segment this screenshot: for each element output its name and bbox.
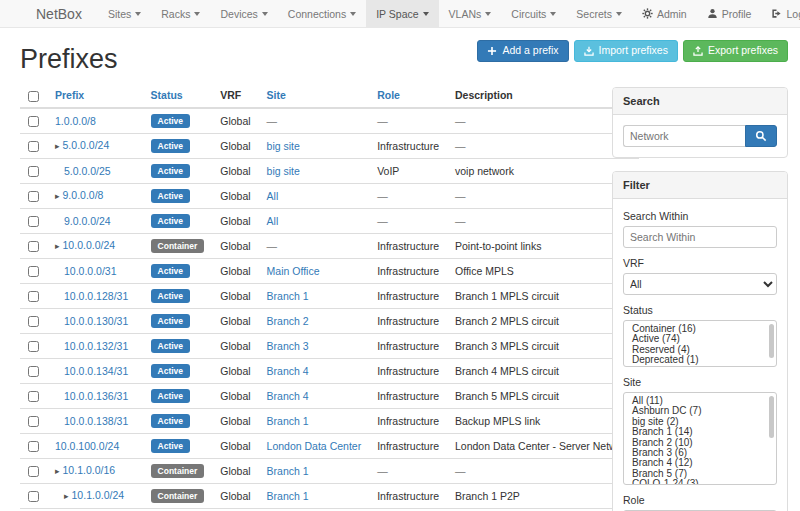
nav-item-circuits[interactable]: Circuits (501, 0, 566, 27)
filter-option[interactable]: Reserved (4) (624, 345, 776, 355)
row-select-checkbox[interactable] (28, 316, 39, 327)
status-badge[interactable]: Active (151, 114, 191, 128)
filter-option[interactable]: Active (74) (624, 334, 776, 344)
prefix-link[interactable]: 5.0.0.0/25 (64, 165, 111, 177)
prefix-link[interactable]: 10.0.0.0/31 (64, 265, 117, 277)
column-header-status[interactable]: Status (143, 85, 213, 108)
prefix-link[interactable]: 10.0.0.0/24 (63, 239, 116, 251)
status-badge[interactable]: Active (151, 314, 191, 328)
status-badge[interactable]: Active (151, 189, 191, 203)
nav-profile[interactable]: Profile (697, 0, 762, 27)
site-link[interactable]: All (267, 215, 279, 227)
status-badge[interactable]: Active (151, 439, 191, 453)
prefix-link[interactable]: 10.0.0.128/31 (64, 290, 128, 302)
row-select-checkbox[interactable] (28, 266, 39, 277)
row-select-checkbox[interactable] (28, 241, 39, 252)
row-select-checkbox[interactable] (28, 491, 39, 502)
column-header-site[interactable]: Site (259, 85, 370, 108)
brand-logo[interactable]: NetBox (36, 0, 82, 27)
row-select-checkbox[interactable] (28, 366, 39, 377)
status-badge[interactable]: Container (151, 464, 205, 478)
filter-option[interactable]: Container (16) (624, 324, 776, 334)
filter-option[interactable]: All (11) (624, 396, 776, 406)
prefix-link[interactable]: 9.0.0.0/8 (63, 189, 104, 201)
filter-option[interactable]: Branch 3 (6) (624, 448, 776, 458)
nav-admin[interactable]: Admin (632, 0, 697, 27)
filter-input-search-within[interactable] (623, 226, 777, 248)
status-badge[interactable]: Active (151, 414, 191, 428)
prefix-link[interactable]: 10.0.0.138/31 (64, 415, 128, 427)
site-link[interactable]: All (267, 190, 279, 202)
filter-option[interactable]: Branch 2 (10) (624, 438, 776, 448)
filter-option[interactable]: Ashburn DC (7) (624, 406, 776, 416)
scrollbar-thumb[interactable] (769, 324, 774, 358)
prefix-link[interactable]: 10.0.0.136/31 (64, 390, 128, 402)
prefix-link[interactable]: 10.0.100.0/24 (55, 440, 119, 452)
site-link[interactable]: big site (267, 165, 300, 177)
filter-option[interactable]: Branch 4 (12) (624, 458, 776, 468)
search-input[interactable] (623, 125, 745, 147)
filter-option[interactable]: Branch 1 (14) (624, 427, 776, 437)
status-badge[interactable]: Active (151, 339, 191, 353)
nav-item-vlans[interactable]: VLANs (439, 0, 502, 27)
status-badge[interactable]: Active (151, 139, 191, 153)
column-header-prefix[interactable]: Prefix (47, 85, 143, 108)
prefix-link[interactable]: 5.0.0.0/24 (63, 139, 110, 151)
row-select-checkbox[interactable] (28, 416, 39, 427)
row-select-checkbox[interactable] (28, 216, 39, 227)
nav-item-devices[interactable]: Devices (210, 0, 277, 27)
row-select-checkbox[interactable] (28, 191, 39, 202)
filter-option[interactable]: Branch 5 (7) (624, 469, 776, 479)
status-badge[interactable]: Active (151, 264, 191, 278)
prefix-link[interactable]: 10.1.0.0/24 (72, 489, 125, 501)
prefix-link[interactable]: 10.1.0.0/16 (63, 464, 116, 476)
site-link[interactable]: Branch 1 (267, 290, 309, 302)
status-badge[interactable]: Active (151, 164, 191, 178)
filter-select-vrf[interactable]: All (623, 273, 777, 295)
status-badge[interactable]: Active (151, 364, 191, 378)
site-link[interactable]: Main Office (267, 265, 320, 277)
row-select-checkbox[interactable] (28, 141, 39, 152)
prefix-link[interactable]: 10.0.0.132/31 (64, 340, 128, 352)
prefix-link[interactable]: 9.0.0.0/24 (64, 215, 111, 227)
prefix-link[interactable]: 10.0.0.130/31 (64, 315, 128, 327)
status-badge[interactable]: Active (151, 289, 191, 303)
export-prefixes-button[interactable]: Export prefixes (683, 40, 788, 62)
prefix-link[interactable]: 1.0.0.0/8 (55, 115, 96, 127)
filter-option[interactable]: big site (2) (624, 417, 776, 427)
import-prefixes-button[interactable]: Import prefixes (574, 40, 678, 62)
status-badge[interactable]: Active (151, 214, 191, 228)
site-link[interactable]: Branch 1 (267, 415, 309, 427)
column-header-role[interactable]: Role (369, 85, 447, 108)
scrollbar-thumb[interactable] (769, 396, 774, 438)
site-link[interactable]: Branch 3 (267, 340, 309, 352)
status-badge[interactable]: Container (151, 489, 205, 503)
prefix-link[interactable]: 10.0.0.134/31 (64, 365, 128, 377)
status-badge[interactable]: Active (151, 389, 191, 403)
site-link[interactable]: London Data Center (267, 440, 362, 452)
row-select-checkbox[interactable] (28, 391, 39, 402)
row-select-checkbox[interactable] (28, 116, 39, 127)
search-submit-button[interactable] (745, 125, 777, 147)
filter-option[interactable]: COLO-1-24 (3) (624, 479, 776, 485)
nav-item-connections[interactable]: Connections (278, 0, 366, 27)
row-select-checkbox[interactable] (28, 441, 39, 452)
site-link[interactable]: Branch 4 (267, 365, 309, 377)
nav-item-racks[interactable]: Racks (151, 0, 210, 27)
site-link[interactable]: big site (267, 140, 300, 152)
row-select-checkbox[interactable] (28, 291, 39, 302)
site-link[interactable]: Branch 1 (267, 465, 309, 477)
nav-item-secrets[interactable]: Secrets (566, 0, 632, 27)
select-all-checkbox[interactable] (28, 91, 39, 102)
nav-item-sites[interactable]: Sites (98, 0, 151, 27)
row-select-checkbox[interactable] (28, 166, 39, 177)
row-select-checkbox[interactable] (28, 341, 39, 352)
row-select-checkbox[interactable] (28, 466, 39, 477)
nav-item-ip-space[interactable]: IP Space (366, 0, 438, 27)
site-link[interactable]: Branch 2 (267, 315, 309, 327)
nav-log-out[interactable]: Log out (761, 0, 800, 27)
site-link[interactable]: Branch 1 (267, 490, 309, 502)
site-link[interactable]: Branch 4 (267, 390, 309, 402)
add-a-prefix-button[interactable]: Add a prefix (477, 40, 568, 62)
status-badge[interactable]: Container (151, 239, 205, 253)
